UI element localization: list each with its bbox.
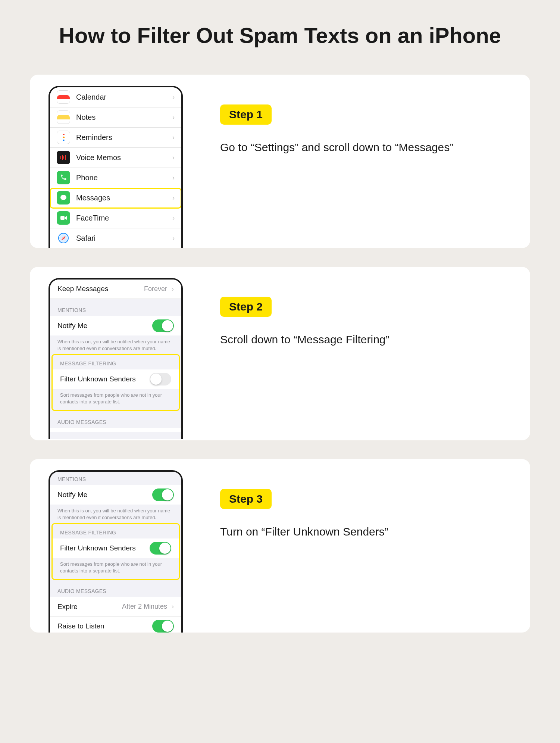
settings-label: Reminders	[76, 133, 166, 142]
phone-mockup: Calendar › Notes › Reminders › Voice Mem…	[49, 86, 183, 248]
svg-rect-0	[60, 156, 61, 159]
svg-rect-3	[65, 155, 66, 160]
settings-label: Messages	[76, 194, 166, 202]
chevron-right-icon: ›	[172, 113, 175, 121]
notify-me-row[interactable]: Notify Me	[50, 316, 181, 335]
section-footer: Sort messages from people who are not in…	[53, 389, 179, 410]
chevron-right-icon: ›	[172, 194, 175, 202]
settings-row-facetime[interactable]: FaceTime ›	[50, 208, 181, 228]
section-header-filtering: MESSAGE FILTERING	[53, 524, 179, 538]
step-card-2: Keep Messages Forever › MENTIONS Notify …	[30, 267, 530, 440]
section-footer: When this is on, you will be notified wh…	[50, 335, 181, 353]
messages-settings-screen: Keep Messages Forever › MENTIONS Notify …	[50, 280, 181, 440]
page-title: How to Filter Out Spam Texts on an iPhon…	[30, 22, 530, 49]
settings-row-notes[interactable]: Notes ›	[50, 107, 181, 128]
chevron-right-icon: ›	[172, 174, 175, 182]
calendar-icon	[57, 90, 70, 104]
highlighted-filtering-section: MESSAGE FILTERING Filter Unknown Senders…	[51, 354, 180, 411]
raise-to-listen-row[interactable]: Raise to Listen	[50, 616, 181, 632]
chevron-right-icon: ›	[172, 154, 175, 162]
toggle-switch[interactable]	[152, 488, 174, 501]
chevron-right-icon: ›	[172, 93, 175, 101]
chevron-right-icon: ›	[172, 285, 174, 293]
section-header-filtering: MESSAGE FILTERING	[53, 355, 179, 369]
row-value: Forever	[144, 285, 167, 293]
chevron-right-icon: ›	[172, 234, 175, 242]
settings-row-reminders[interactable]: Reminders ›	[50, 128, 181, 148]
step-card-1: Calendar › Notes › Reminders › Voice Mem…	[30, 75, 530, 248]
messages-settings-screen: MENTIONS Notify Me When this is on, you …	[50, 472, 181, 633]
facetime-icon	[57, 211, 70, 225]
phone-mockup: Keep Messages Forever › MENTIONS Notify …	[49, 278, 183, 440]
filter-unknown-senders-row[interactable]: Filter Unknown Senders	[53, 538, 179, 558]
toggle-switch[interactable]	[152, 319, 174, 332]
step-card-3: MENTIONS Notify Me When this is on, you …	[30, 459, 530, 633]
row-label: Notify Me	[57, 491, 148, 499]
chevron-right-icon: ›	[172, 134, 175, 141]
settings-label: FaceTime	[76, 214, 166, 222]
settings-row-calendar[interactable]: Calendar ›	[50, 87, 181, 107]
row-label: Expire	[57, 603, 118, 611]
settings-row-safari[interactable]: Safari ›	[50, 228, 181, 248]
row-label: Raise to Listen	[57, 622, 148, 630]
safari-icon	[57, 231, 70, 245]
settings-row-phone[interactable]: Phone ›	[50, 168, 181, 188]
toggle-switch[interactable]	[150, 542, 171, 555]
chevron-right-icon: ›	[172, 214, 175, 222]
settings-row-messages[interactable]: Messages ›	[50, 188, 181, 208]
row-label: Keep Messages	[57, 285, 140, 293]
settings-row-voicememos[interactable]: Voice Memos ›	[50, 148, 181, 168]
highlighted-filtering-section: MESSAGE FILTERING Filter Unknown Senders…	[51, 523, 180, 580]
voice-memos-icon	[57, 151, 70, 164]
messages-icon	[57, 191, 70, 205]
partial-row	[50, 428, 181, 432]
notify-me-row[interactable]: Notify Me	[50, 485, 181, 505]
svg-rect-5	[60, 216, 65, 220]
row-label: Notify Me	[57, 322, 148, 330]
settings-list: Calendar › Notes › Reminders › Voice Mem…	[50, 87, 181, 248]
settings-label: Safari	[76, 234, 166, 243]
settings-label: Calendar	[76, 93, 166, 102]
filter-unknown-senders-row[interactable]: Filter Unknown Senders	[53, 369, 179, 389]
phone-icon	[57, 171, 70, 184]
settings-label: Notes	[76, 113, 166, 122]
step-description: Scroll down to “Message Filtering”	[220, 331, 508, 349]
phone-mockup: MENTIONS Notify Me When this is on, you …	[49, 470, 183, 633]
step-description: Go to “Settings” and scroll down to “Mes…	[220, 139, 508, 156]
svg-point-4	[60, 195, 66, 200]
section-footer: When this is on, you will be notified wh…	[50, 505, 181, 522]
section-header-mentions: MENTIONS	[50, 472, 181, 485]
step-description: Turn on “Filter Unknown Senders”	[220, 523, 508, 541]
notes-icon	[57, 110, 70, 124]
step-badge: Step 3	[220, 489, 272, 509]
step-badge: Step 2	[220, 297, 272, 317]
section-header-audio: AUDIO MESSAGES	[50, 580, 181, 597]
step-badge: Step 1	[220, 104, 272, 125]
toggle-switch[interactable]	[152, 620, 174, 632]
settings-label: Voice Memos	[76, 153, 166, 162]
reminders-icon	[57, 131, 70, 144]
expire-row[interactable]: Expire After 2 Minutes ›	[50, 597, 181, 616]
toggle-switch[interactable]	[150, 373, 171, 385]
section-header-audio: AUDIO MESSAGES	[50, 411, 181, 428]
row-label: Filter Unknown Senders	[60, 375, 145, 383]
svg-rect-1	[62, 155, 63, 160]
chevron-right-icon: ›	[172, 603, 174, 611]
section-header-mentions: MENTIONS	[50, 299, 181, 316]
section-footer: Sort messages from people who are not in…	[53, 558, 179, 579]
row-label: Filter Unknown Senders	[60, 544, 145, 552]
svg-rect-2	[63, 156, 64, 159]
settings-label: Phone	[76, 174, 166, 182]
row-value: After 2 Minutes	[122, 603, 167, 611]
keep-messages-row[interactable]: Keep Messages Forever ›	[50, 280, 181, 299]
